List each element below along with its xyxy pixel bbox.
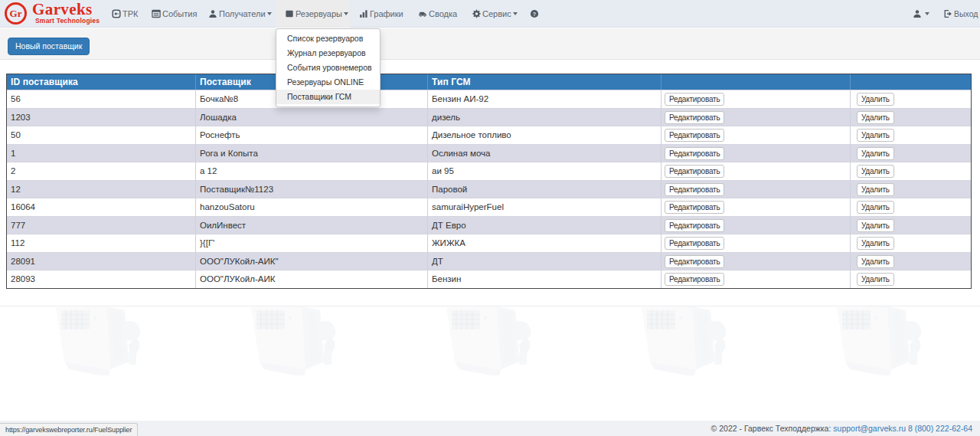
dropdown-item[interactable]: События уровнемеров <box>276 61 380 75</box>
footer-copyright: © 2022 - Гарвекс Техподдержка: <box>711 424 831 433</box>
fuel-pump-watermark <box>632 307 746 375</box>
delete-button[interactable]: Удалить <box>857 201 894 214</box>
cell-edit: Редактировать <box>662 252 851 270</box>
cell-delete: Удалить <box>851 144 971 162</box>
nav-item-summary[interactable]: Сводка <box>409 0 462 28</box>
nav-item-service[interactable]: Сервис <box>462 0 521 28</box>
nav-item-tanks[interactable]: Резервуары <box>276 0 350 28</box>
cell-delete: Удалить <box>851 162 971 180</box>
cell-delete: Удалить <box>851 270 971 288</box>
edit-button[interactable]: Редактировать <box>665 255 724 268</box>
nav-item-label: Графики <box>370 0 403 28</box>
dropdown-item[interactable]: Журнал резервуаров <box>276 46 380 61</box>
delete-button[interactable]: Удалить <box>857 129 894 142</box>
cell-supplier-id: 28091 <box>7 252 196 270</box>
caret-down-icon <box>344 12 348 15</box>
nav-item-trk[interactable]: ТРК <box>103 0 142 28</box>
cell-fuel-type: Дизельное топливо <box>428 126 662 144</box>
navbar-menu: ТРК События Получатели Резервуары График… <box>103 0 549 28</box>
navbar: Gr Garveks Smart Technologies ТРК Событи… <box>0 0 980 28</box>
cell-supplier-id: 1 <box>7 144 196 162</box>
cell-supplier-id: 28093 <box>7 270 196 288</box>
edit-button[interactable]: Редактировать <box>665 201 724 214</box>
cell-supplier-id: 2 <box>7 162 196 180</box>
cell-fuel-type: ДТ <box>428 252 662 270</box>
cell-edit: Редактировать <box>662 216 851 234</box>
cell-delete: Удалить <box>851 198 971 216</box>
fuel-pump-watermark-icon <box>46 307 161 375</box>
fuel-pump-watermark <box>436 307 551 375</box>
edit-button[interactable]: Редактировать <box>665 237 724 250</box>
delete-button[interactable]: Удалить <box>857 219 894 232</box>
summary-icon <box>418 9 427 18</box>
cell-delete: Удалить <box>851 180 971 198</box>
logout-label: Выход <box>954 0 978 28</box>
fuel-pump-watermark <box>46 307 161 375</box>
suppliers-table: ID поставщикаПоставщикТип ГСМ56Бочка№8Бе… <box>6 74 972 289</box>
user-icon <box>208 9 217 18</box>
delete-button[interactable]: Удалить <box>857 237 894 250</box>
footer-support-link[interactable]: support@garveks.ru 8 (800) 222-62-64 <box>833 424 972 433</box>
dropdown-item[interactable]: Список резервуаров <box>276 31 380 46</box>
gear-icon <box>472 9 481 18</box>
cell-fuel-type: Бензин АИ-92 <box>428 90 662 108</box>
cell-delete: Удалить <box>851 126 971 144</box>
delete-button[interactable]: Удалить <box>857 255 894 268</box>
nav-item-label: Сводка <box>429 0 457 28</box>
delete-button[interactable]: Удалить <box>857 183 894 196</box>
cell-edit: Редактировать <box>662 108 851 126</box>
edit-button[interactable]: Редактировать <box>665 93 724 106</box>
cell-fuel-type: Ослиная моча <box>428 144 662 162</box>
edit-button[interactable]: Редактировать <box>665 165 724 178</box>
cell-edit: Редактировать <box>662 270 851 288</box>
logout-icon <box>943 9 952 18</box>
new-supplier-button[interactable]: Новый поставщик <box>8 38 90 55</box>
table-header-3: Тип ГСМ <box>428 74 662 90</box>
table-header-5 <box>851 74 971 90</box>
nav-item-help[interactable]: ? <box>521 0 549 28</box>
toolbar: Новый поставщик <box>0 28 980 60</box>
cell-fuel-type: Паровой <box>428 180 662 198</box>
nav-item-label: Получатели <box>219 0 266 28</box>
cell-delete: Удалить <box>851 216 971 234</box>
dropdown-item[interactable]: Резервуары ONLINE <box>276 75 380 90</box>
cell-supplier-name: Роснефть <box>196 126 428 144</box>
cell-edit: Редактировать <box>662 90 851 108</box>
navbar-right: Выход <box>903 0 980 28</box>
delete-button[interactable]: Удалить <box>857 273 894 286</box>
cell-edit: Редактировать <box>662 144 851 162</box>
edit-button[interactable]: Редактировать <box>665 111 724 124</box>
cell-supplier-name: hanzouSatoru <box>196 198 428 216</box>
nav-item-events[interactable]: События <box>142 0 199 28</box>
edit-button[interactable]: Редактировать <box>665 129 724 142</box>
caret-down-icon <box>513 12 518 15</box>
user-icon <box>913 9 922 18</box>
caret-down-icon <box>925 12 929 15</box>
dropdown-item[interactable]: Поставщики ГСМ <box>276 90 380 104</box>
delete-button[interactable]: Удалить <box>857 93 894 106</box>
edit-button[interactable]: Редактировать <box>665 147 724 160</box>
brand-tagline: Smart Technologies <box>35 17 100 25</box>
edit-button[interactable]: Редактировать <box>665 273 724 286</box>
nav-item-label: Сервис <box>482 0 511 28</box>
edit-button[interactable]: Редактировать <box>665 219 724 232</box>
logout-button[interactable]: Выход <box>934 0 980 28</box>
delete-button[interactable]: Удалить <box>857 147 894 160</box>
nav-item-charts[interactable]: Графики <box>350 0 409 28</box>
nav-item-recipients[interactable]: Получатели <box>199 0 276 28</box>
nav-item-label: ТРК <box>122 0 138 28</box>
table-header-4 <box>662 74 851 90</box>
cell-supplier-id: 50 <box>7 126 196 144</box>
delete-button[interactable]: Удалить <box>857 111 894 124</box>
cell-supplier-id: 56 <box>7 90 196 108</box>
user-menu[interactable] <box>903 0 934 28</box>
cell-supplier-name: ООО"ЛУКойл-АИК" <box>196 252 428 270</box>
chart-icon <box>359 9 368 18</box>
cell-edit: Редактировать <box>662 126 851 144</box>
cell-supplier-name: Рога и Копыта <box>196 144 428 162</box>
edit-button[interactable]: Редактировать <box>665 183 724 196</box>
cell-delete: Удалить <box>851 234 971 252</box>
cell-supplier-name: ООО"ЛУКойл-АИК <box>196 270 428 288</box>
delete-button[interactable]: Удалить <box>857 165 894 178</box>
table-header-1: ID поставщика <box>7 74 196 90</box>
